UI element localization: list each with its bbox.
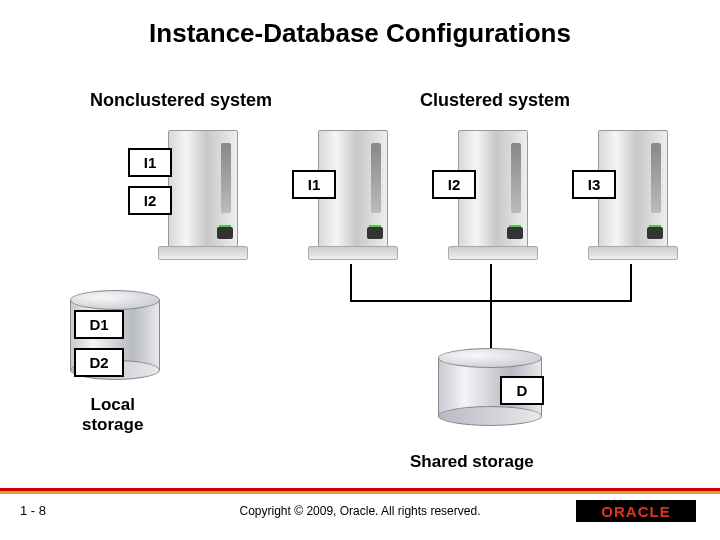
connector-line: [630, 264, 632, 300]
slide: Instance-Database Configurations Nonclus…: [0, 0, 720, 540]
nonclustered-heading: Nonclustered system: [90, 90, 272, 111]
instance-label-c1: I1: [292, 170, 336, 199]
server-base-icon: [588, 246, 678, 260]
instance-label-c3: I3: [572, 170, 616, 199]
local-storage-label: Local storage: [82, 395, 143, 436]
database-label-d1: D1: [74, 310, 124, 339]
server-base-icon: [158, 246, 248, 260]
server-tower-icon: [168, 130, 238, 248]
connector-drop: [490, 300, 492, 350]
cylinder-top-icon: [438, 348, 542, 368]
divider-gold-icon: [0, 491, 720, 494]
clustered-heading: Clustered system: [420, 90, 570, 111]
database-label-d: D: [500, 376, 544, 405]
shared-storage-label: Shared storage: [410, 452, 534, 472]
server-base-icon: [448, 246, 538, 260]
oracle-logo: ORACLE: [576, 500, 696, 522]
slide-title: Instance-Database Configurations: [0, 0, 720, 49]
footer-divider: [0, 488, 720, 494]
connector-line: [350, 264, 352, 300]
oracle-logo-text: ORACLE: [601, 503, 670, 520]
server-base-icon: [308, 246, 398, 260]
instance-label-i2: I2: [128, 186, 172, 215]
instance-label-i1: I1: [128, 148, 172, 177]
cylinder-bottom-icon: [438, 406, 542, 426]
cylinder-top-icon: [70, 290, 160, 310]
diagram-area: Nonclustered system Clustered system I1 …: [0, 70, 720, 470]
instance-label-c2: I2: [432, 170, 476, 199]
connector-line: [490, 264, 492, 300]
database-label-d2: D2: [74, 348, 124, 377]
